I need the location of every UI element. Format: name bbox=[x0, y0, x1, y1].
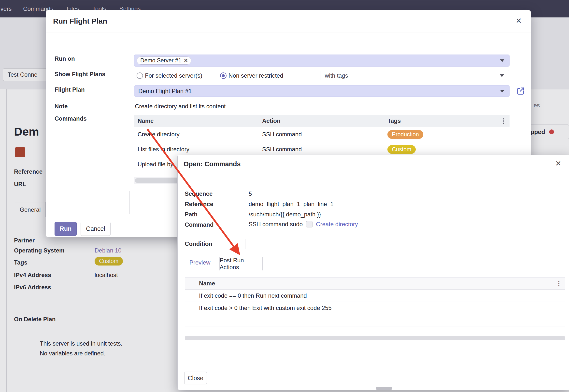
row-action: SSH command bbox=[259, 146, 384, 153]
commands-label: Commands bbox=[55, 115, 87, 122]
col-header-name[interactable]: Name bbox=[185, 280, 215, 287]
close-icon[interactable]: ✕ bbox=[516, 17, 522, 25]
chevron-down-icon bbox=[500, 90, 504, 92]
condition-divider bbox=[245, 239, 245, 249]
table-hscrollbar bbox=[185, 336, 565, 340]
modal-title: Run Flight Plan bbox=[53, 17, 107, 25]
row-name: Create directory bbox=[134, 131, 259, 138]
with-tags-value: with tags bbox=[321, 72, 348, 79]
plan-description: Create directory and list its content bbox=[135, 103, 226, 110]
open-commands-modal: Open: Commands ✕ Sequence 5 Reference de… bbox=[177, 155, 569, 390]
radio-for-selected-servers-label[interactable]: For selected server(s) bbox=[145, 72, 202, 79]
col-header-action[interactable]: Action bbox=[259, 117, 384, 124]
command-checkbox[interactable] bbox=[306, 221, 313, 227]
col-header-name[interactable]: Name bbox=[134, 117, 259, 124]
table-row-empty bbox=[185, 314, 565, 326]
table-header-row: Name Action Tags ⋮ bbox=[134, 115, 510, 127]
modal-header: Run Flight Plan ✕ bbox=[46, 10, 531, 32]
table-row[interactable]: If exit code > 0 then Exit with custom e… bbox=[185, 302, 565, 314]
radio-non-server-restricted[interactable] bbox=[220, 72, 227, 79]
condition-label: Condition bbox=[185, 240, 212, 248]
flight-plan-value: Demo Flight Plan #1 bbox=[134, 87, 192, 95]
command-row: SSH command sudo Create directory bbox=[249, 221, 358, 228]
external-link-icon[interactable] bbox=[516, 86, 525, 95]
modal-hscrollbar-thumb[interactable] bbox=[376, 387, 392, 390]
chevron-down-icon bbox=[500, 74, 504, 77]
table-row[interactable]: If exit code == 0 then Run next command bbox=[185, 290, 565, 302]
row-name: List files in directory bbox=[134, 146, 259, 153]
run-button[interactable]: Run bbox=[55, 222, 77, 236]
show-flight-plans-label: Show Flight Plans bbox=[55, 70, 105, 78]
production-badge: Production bbox=[387, 130, 423, 139]
sequence-value: 5 bbox=[249, 190, 252, 197]
command-value: SSH command sudo bbox=[249, 221, 303, 228]
tab-preview[interactable]: Preview bbox=[189, 259, 210, 266]
radio-for-selected-servers[interactable] bbox=[137, 72, 143, 79]
tab-post-run-actions[interactable]: Post Run Actions bbox=[219, 257, 263, 270]
note-label: Note bbox=[55, 103, 68, 110]
command-label: Command bbox=[185, 221, 213, 228]
custom-badge: Custom bbox=[387, 145, 416, 154]
row-action: SSH command bbox=[259, 131, 384, 138]
table-row[interactable]: Create directory SSH command Production bbox=[134, 127, 510, 142]
reference-label: Reference bbox=[185, 200, 213, 208]
path-label: Path bbox=[185, 211, 198, 218]
close-icon[interactable]: ✕ bbox=[555, 160, 561, 167]
server-chip[interactable]: Demo Server #1 ✕ bbox=[137, 56, 191, 65]
with-tags-select[interactable]: with tags bbox=[321, 70, 509, 81]
flight-plan-select[interactable]: Demo Flight Plan #1 bbox=[134, 85, 510, 97]
run-on-label: Run on bbox=[55, 55, 75, 62]
table-header-row: Name ⋮ bbox=[185, 277, 565, 290]
path-value: /such/much/{{ demo_path }} bbox=[249, 211, 321, 218]
cancel-button[interactable]: Cancel bbox=[81, 222, 111, 236]
kebab-menu-icon[interactable]: ⋮ bbox=[500, 118, 507, 124]
run-on-select[interactable]: Demo Server #1 ✕ bbox=[134, 55, 510, 67]
radio-non-server-restricted-label[interactable]: Non server restricted bbox=[228, 72, 283, 79]
modal-header: Open: Commands ✕ bbox=[178, 155, 569, 173]
close-button[interactable]: Close bbox=[184, 372, 207, 384]
post-run-actions-table: Name ⋮ If exit code == 0 then Run next c… bbox=[185, 277, 565, 326]
form-column-divider bbox=[129, 191, 130, 214]
server-chip-label: Demo Server #1 bbox=[140, 57, 181, 64]
col-header-tags[interactable]: Tags bbox=[384, 117, 510, 124]
modal-title: Open: Commands bbox=[184, 160, 241, 168]
chip-remove-icon[interactable]: ✕ bbox=[184, 58, 188, 63]
create-directory-link[interactable]: Create directory bbox=[316, 221, 358, 228]
chevron-down-icon bbox=[500, 59, 504, 62]
kebab-menu-icon[interactable]: ⋮ bbox=[556, 280, 562, 287]
reference-value: demo_flight_plan_1_plan_line_1 bbox=[249, 200, 334, 208]
flight-plan-label: Flight Plan bbox=[55, 86, 85, 93]
sequence-label: Sequence bbox=[185, 190, 213, 197]
